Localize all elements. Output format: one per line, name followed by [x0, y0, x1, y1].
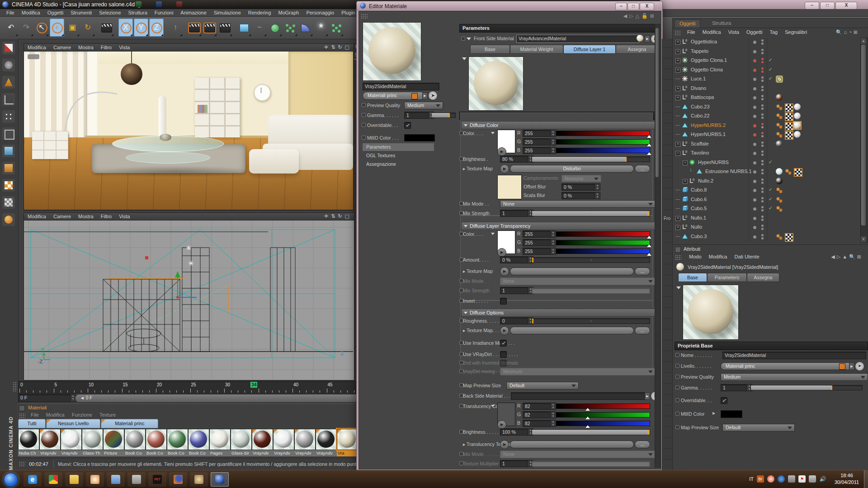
gradient-marker-icon[interactable] [647, 253, 651, 256]
value-field-roughness[interactable]: 0▲▼ [500, 317, 533, 324]
value-field-brightness[interactable]: 80 %▲▼ [500, 155, 533, 163]
start-button[interactable] [4, 473, 18, 487]
mtlid-color-swatch[interactable] [404, 134, 435, 141]
layer-dot[interactable] [753, 180, 756, 183]
attr-field-nome[interactable]: Vray2SidedMaterial [722, 352, 866, 359]
phong-tag-icon[interactable] [776, 205, 783, 212]
toolbar-add-array-button[interactable] [283, 19, 297, 37]
menu-item-oggetti[interactable]: Oggetti [743, 28, 766, 36]
menu-item-file[interactable]: File [684, 28, 699, 36]
menu-item-vista[interactable]: Vista [725, 28, 743, 36]
layer-pick-icon[interactable]: ➤ [428, 91, 438, 100]
anim-dot[interactable] [675, 412, 679, 416]
uvw-tag-icon[interactable] [785, 233, 793, 242]
layer-dot[interactable] [753, 217, 756, 220]
layer-dot[interactable] [753, 106, 756, 109]
texture-thumbnail[interactable] [497, 175, 522, 199]
palette-edges-mode-button[interactable] [2, 127, 15, 140]
material-thumb[interactable] [61, 429, 82, 450]
visibility-dot-bottom[interactable] [761, 80, 764, 82]
channel-field-R[interactable]: 255▲▼ [523, 130, 556, 137]
palette-uvw-mode-button[interactable] [2, 196, 15, 209]
layer-dot[interactable] [753, 96, 756, 99]
tree-row-nullo-1[interactable]: +0Nullo.1 [673, 214, 858, 223]
tree-expander-icon[interactable]: + [675, 225, 680, 230]
toolbar-coord-system-button[interactable]: ↑ [168, 19, 183, 37]
tree-expander-icon[interactable]: + [675, 216, 680, 221]
layer-dot[interactable] [753, 124, 756, 127]
editor-minimize-button[interactable]: – [615, 3, 627, 10]
material-thumb[interactable] [273, 429, 294, 450]
layer-dot[interactable] [753, 143, 756, 146]
material-thumb[interactable] [103, 429, 124, 450]
slider-brightness[interactable] [532, 429, 650, 435]
tree-expander-icon[interactable]: − [675, 151, 680, 156]
slider-brightness[interactable] [532, 156, 650, 162]
tree-row-cubo-6[interactable]: —Cubo.6✓ [673, 195, 858, 204]
uvw-tag-icon[interactable] [794, 168, 802, 177]
visibility-dot-top[interactable] [761, 104, 764, 107]
taskbar-clock[interactable]: 18:46 30/04/2011 [830, 472, 863, 486]
dropdown-map-preview-size[interactable]: Default [506, 382, 579, 389]
material-thumb[interactable] [167, 429, 188, 450]
object-menu-grip[interactable] [675, 30, 681, 36]
palette-convert-object-button[interactable] [2, 59, 15, 71]
enabled-check-icon[interactable]: ✓ [769, 159, 773, 164]
render-viewport[interactable]: ModificaCamereMostraFiltroVista ✛⇅↻▢ [24, 43, 354, 211]
spinner-arrows-icon[interactable]: ▲▼ [550, 139, 556, 145]
gradient-slider-B[interactable] [556, 421, 650, 426]
gradient-slider-B[interactable] [556, 249, 650, 254]
visibility-dot-top[interactable] [761, 95, 764, 97]
menu-item-rendering[interactable]: Rendering [245, 9, 275, 16]
toolbar-add-particles-button[interactable] [329, 19, 344, 37]
visibility-dot-top[interactable] [761, 67, 764, 70]
timeline-ruler[interactable]: 051015202530404534 [18, 381, 359, 394]
tree-row-nullo[interactable]: +0Nullo [673, 223, 858, 232]
editor-nav-parameters[interactable]: Parameters [363, 143, 434, 151]
palette-texture-mode-button[interactable] [2, 179, 15, 192]
checkbox-use-vraydirt[interactable] [500, 351, 507, 358]
viewport-nav-icons[interactable]: ✛⇅↻▢ [324, 213, 352, 219]
section-diffuse-options[interactable]: Diffuse Options [461, 309, 659, 317]
value-field-brightness[interactable]: 100 %▲▼ [500, 428, 533, 436]
channel-field-B[interactable]: 82▲▼ [523, 420, 556, 427]
slider-texture-multiplier[interactable] [532, 461, 650, 467]
toolbar-scale-tool-button[interactable]: ▣ [65, 19, 80, 37]
anim-dot[interactable] [675, 353, 679, 357]
tray-bridge-icon[interactable]: Br [757, 475, 764, 483]
tree-row-luce-1[interactable]: —Luce.1✓ [673, 75, 858, 84]
tree-row-estrusione-nurbs-1[interactable]: └Estrusione NURBS.1 [673, 167, 858, 176]
tree-row-tavolino[interactable]: −0Tavolino [673, 149, 858, 158]
slider-roughness[interactable] [532, 318, 650, 324]
visibility-dot-bottom[interactable] [761, 52, 764, 54]
collapse-triangle-icon[interactable] [491, 132, 495, 134]
visibility-dot-top[interactable] [761, 234, 764, 236]
visibility-dot-top[interactable] [761, 132, 764, 134]
material-thumb[interactable] [231, 429, 252, 450]
texture-expand-button[interactable]: ▶ [500, 326, 509, 335]
menu-item-struttura[interactable]: Struttura [125, 9, 151, 16]
material-thumb[interactable] [209, 429, 231, 450]
expand-channels-button[interactable]: ▶ [497, 420, 506, 429]
toolbar-add-deformer-button[interactable] [298, 19, 313, 37]
phong-tag-icon[interactable] [776, 187, 783, 194]
timeline-current-marker[interactable]: 34 [250, 382, 257, 388]
slider-amount[interactable] [532, 257, 650, 263]
overridable-checkbox[interactable]: ✓ [404, 122, 411, 129]
menu-item-strumenti[interactable]: Strumenti [67, 9, 95, 16]
layer-dot[interactable] [753, 59, 756, 62]
palette-object-axis-button[interactable] [2, 93, 15, 106]
gradient-marker-icon[interactable] [585, 408, 590, 411]
layer-dot[interactable] [753, 170, 756, 174]
phong-tag-icon[interactable] [776, 113, 783, 120]
gamma-field[interactable]: 1▲▼ [404, 112, 434, 119]
slider-mix-strength[interactable] [532, 288, 650, 294]
light-tag-icon[interactable] [776, 75, 783, 83]
menu-item-vista[interactable]: Vista [115, 44, 133, 51]
layer-arrow-icon[interactable]: ▶ [849, 362, 854, 370]
phong-tag-icon[interactable] [776, 103, 783, 111]
layer-dot[interactable] [753, 152, 756, 155]
dropdown-mix-mode[interactable]: None [500, 450, 656, 458]
visibility-dot-bottom[interactable] [761, 117, 764, 119]
tree-row-cubo-22[interactable]: —Cubo.22 [673, 112, 858, 121]
